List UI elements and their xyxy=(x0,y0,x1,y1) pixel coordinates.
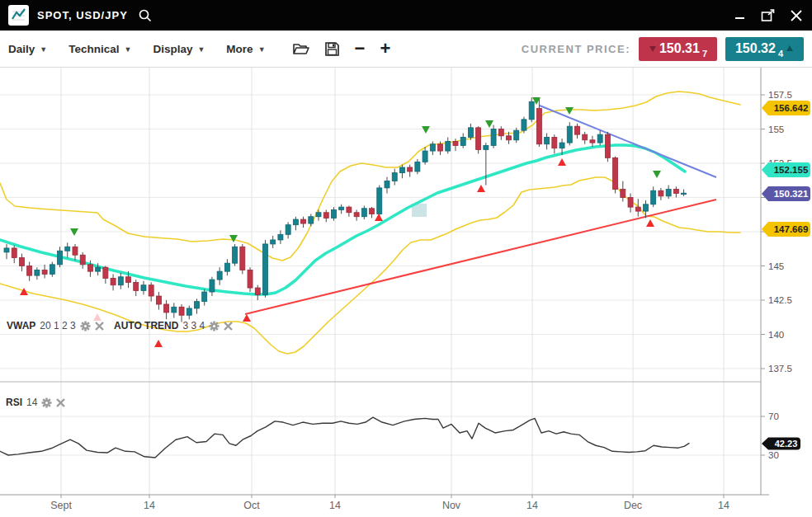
axis-label: 42.23 xyxy=(775,439,798,449)
candle-body xyxy=(293,219,298,225)
price-chart-canvas[interactable]: 157.5155152.5150147.5145142.5140137.5703… xyxy=(0,68,812,517)
auto-trend-remove-icon[interactable] xyxy=(224,322,233,331)
vwap-remove-icon[interactable] xyxy=(95,322,104,331)
candle-body xyxy=(309,217,314,223)
candle-body xyxy=(347,207,352,213)
candle-body xyxy=(240,247,245,270)
axis-label: 155 xyxy=(768,125,784,134)
candle-body xyxy=(278,234,283,240)
menu-daily[interactable]: Daily ▼ xyxy=(8,43,47,55)
vwap-settings-gear-icon[interactable] xyxy=(80,321,91,331)
axis-label: 30 xyxy=(768,450,779,460)
candle-body xyxy=(370,209,375,214)
close-button[interactable] xyxy=(789,8,804,23)
candle-body xyxy=(491,129,496,146)
candle-body xyxy=(597,134,602,143)
chevron-down-icon: ▼ xyxy=(197,44,205,54)
candle-body xyxy=(156,296,161,304)
candle-body xyxy=(392,173,397,181)
rsi-remove-icon[interactable] xyxy=(56,398,65,407)
candle-body xyxy=(552,137,557,148)
candle-body xyxy=(438,144,443,151)
zoom-in-button[interactable]: + xyxy=(380,40,390,58)
candle-body xyxy=(536,109,541,144)
search-icon[interactable] xyxy=(138,8,153,23)
candle-body xyxy=(339,207,344,209)
axis-label: 145 xyxy=(768,261,784,271)
candle-body xyxy=(529,101,534,120)
candle-body xyxy=(354,213,359,217)
candle-body xyxy=(233,247,238,263)
candle-body xyxy=(507,136,512,140)
menu-technical[interactable]: Technical ▼ xyxy=(68,43,131,55)
candle-body xyxy=(415,162,420,172)
candle-body xyxy=(224,263,229,271)
candle-body xyxy=(385,181,389,188)
candle-body xyxy=(635,207,640,211)
candle-body xyxy=(468,128,473,138)
candle-body xyxy=(118,277,123,285)
candle-body xyxy=(408,167,413,172)
candle-body xyxy=(423,151,427,162)
candle-body xyxy=(377,188,382,214)
candle-body xyxy=(316,213,321,217)
candle-body xyxy=(613,157,618,189)
axis-label: 147.669 xyxy=(774,224,809,234)
axis-label: 152.155 xyxy=(774,165,809,175)
axis-label: 150.321 xyxy=(774,189,809,199)
zoom-out-button[interactable]: − xyxy=(355,40,366,58)
chevron-down-icon: ▼ xyxy=(258,44,266,54)
candle-body xyxy=(323,213,328,219)
open-folder-icon[interactable] xyxy=(292,41,309,56)
candle-body xyxy=(514,130,519,140)
candle-body xyxy=(271,240,276,244)
candle-body xyxy=(590,140,595,143)
candle-body xyxy=(682,193,687,195)
candle-body xyxy=(111,278,116,284)
candle-body xyxy=(446,141,451,151)
candle-body xyxy=(134,282,139,290)
candle-body xyxy=(141,285,146,291)
axis-label: 70 xyxy=(768,411,779,421)
candle-body xyxy=(172,307,177,313)
candle-body xyxy=(80,255,85,265)
rsi-settings-gear-icon[interactable] xyxy=(41,397,52,408)
axis-label: 156.642 xyxy=(774,103,809,113)
auto-trend-indicator-label: AUTO TREND 3 3 4 xyxy=(114,320,233,331)
current-price-label: CURRENT PRICE: xyxy=(522,43,630,55)
candle-body xyxy=(262,244,267,294)
popout-button[interactable] xyxy=(761,8,776,23)
candle-body xyxy=(583,134,588,140)
candle-body xyxy=(42,270,47,274)
save-icon[interactable] xyxy=(324,41,340,57)
axis-label: 14 xyxy=(329,500,341,511)
candle-body xyxy=(195,302,200,308)
candle-body xyxy=(643,204,648,211)
candle-body xyxy=(567,126,572,143)
axis-label: 14 xyxy=(144,500,155,511)
candle-body xyxy=(50,265,54,275)
candle-body xyxy=(498,129,503,136)
candle-body xyxy=(217,271,222,280)
candle-body xyxy=(12,248,17,258)
app-logo-icon xyxy=(8,5,29,26)
candle-body xyxy=(73,247,78,255)
candle-body xyxy=(103,267,108,278)
candle-body xyxy=(575,126,580,134)
candle-body xyxy=(27,266,32,276)
axis-label: Oct xyxy=(243,500,260,511)
rsi-indicator-label: RSI 14 xyxy=(6,397,65,408)
candle-body xyxy=(164,304,169,313)
vwap-indicator-label: VWAP 20 1 2 3 xyxy=(7,320,104,331)
candle-body xyxy=(666,190,671,196)
menu-display[interactable]: Display ▼ xyxy=(153,43,205,55)
candle-body xyxy=(430,144,435,151)
chevron-down-icon: ▼ xyxy=(124,44,131,54)
axis-label: 14 xyxy=(526,500,538,511)
minimize-button[interactable] xyxy=(733,8,748,23)
menu-more[interactable]: More ▼ xyxy=(226,43,265,55)
candle-body xyxy=(301,219,306,223)
axis-label: 14 xyxy=(718,500,729,511)
candle-body xyxy=(484,145,489,149)
auto-trend-settings-gear-icon[interactable] xyxy=(209,321,220,331)
